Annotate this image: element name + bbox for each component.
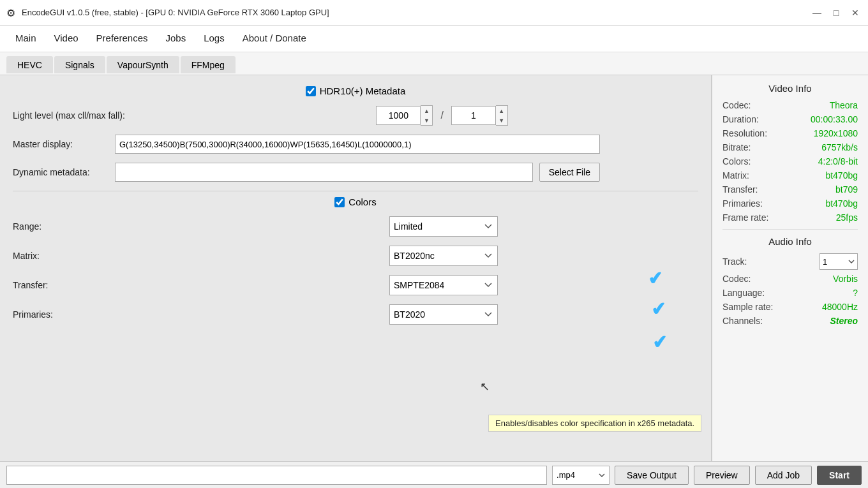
tab-ffmpeg[interactable]: FFMpeg [181,56,236,73]
preview-button[interactable]: Preview [694,466,750,485]
master-display-input[interactable] [115,135,600,154]
app-title: EncodeGUI v1.0.5 (free, stable) - [GPU 0… [22,8,329,17]
info-row-framerate: Frame rate: 25fps [722,212,858,223]
format-select[interactable]: .mp4 .mkv .mov [552,466,610,485]
content-area: HDR10(+) Metadata Light level (max cll/m… [0,75,712,461]
dynamic-metadata-row: Dynamic metadata: Select File [13,163,698,182]
menu-jobs[interactable]: Jobs [156,27,195,50]
info-row-codec: Codec: Theora [722,100,858,110]
light-level-label: Light level (max cll/max fall): [13,110,125,121]
output-path-input[interactable] [6,466,547,485]
master-display-row: Master display: [13,135,698,154]
tab-vapoursynth[interactable]: VapourSynth [107,56,179,73]
spin-buttons-1: ▲ ▼ [421,105,433,126]
info-row-matrix: Matrix: bt470bg [722,170,858,181]
title-bar-controls: — □ ✕ [811,6,862,19]
transfer-label: Transfer: [13,280,115,290]
colors-row: Colors [13,196,698,207]
info-key-matrix: Matrix: [722,170,749,181]
main-layout: HDR10(+) Metadata Light level (max cll/m… [0,75,868,461]
colors-checkbox-label[interactable]: Colors [334,196,376,207]
menu-about[interactable]: About / Donate [234,27,315,50]
maximize-button[interactable]: □ [830,6,842,19]
info-val-transfer: bt709 [835,184,858,195]
info-divider [722,229,858,230]
info-key-framerate: Frame rate: [722,212,768,223]
light-level-input-group-1: ▲ ▼ [376,105,433,126]
transfer-row: Transfer: SMPTE2084 BT709 BT601 [13,275,698,295]
sub-tab-bar: HEVC Signals VapourSynth FFMpeg [0,52,868,75]
info-key-codec: Codec: [722,100,751,110]
info-val-duration: 00:00:33.00 [811,114,858,124]
spin-down-1[interactable]: ▼ [421,115,432,125]
matrix-select[interactable]: BT2020nc BT709 BT601 [389,246,498,266]
menu-logs[interactable]: Logs [195,27,234,50]
info-key-primaries: Primaries: [722,198,763,209]
master-display-label: Master display: [13,139,115,149]
colors-label: Colors [348,196,376,207]
transfer-select[interactable]: SMPTE2084 BT709 BT601 [389,275,498,295]
light-level-row: Light level (max cll/max fall): ▲ ▼ / ▲ … [13,105,698,126]
info-val-primaries: bt470bg [825,198,858,209]
info-val-resolution: 1920x1080 [814,128,858,138]
info-val-matrix: bt470bg [825,170,858,181]
start-button[interactable]: Start [817,466,862,485]
info-row-language: Language: ? [722,288,858,298]
info-key-samplerate: Sample rate: [722,302,773,312]
colors-checkbox[interactable] [334,197,345,207]
menu-video[interactable]: Video [45,27,87,50]
info-row-resolution: Resolution: 1920x1080 [722,128,858,138]
info-val-samplerate: 48000Hz [822,302,858,312]
tab-hevc[interactable]: HEVC [6,56,53,73]
menu-preferences[interactable]: Preferences [87,27,157,50]
info-row-track: Track: 1 2 [722,253,858,270]
spin-up-2[interactable]: ▲ [496,106,507,115]
menu-main[interactable]: Main [6,27,45,50]
master-display-input-wrap [115,135,600,154]
info-panel: Video Info Codec: Theora Duration: 00:00… [712,75,868,461]
spin-buttons-2: ▲ ▼ [496,105,508,126]
close-button[interactable]: ✕ [849,6,862,19]
separator: / [440,110,443,121]
info-val-audio-codec: Vorbis [833,274,858,284]
dynamic-metadata-input[interactable] [115,163,533,182]
info-key-resolution: Resolution: [722,128,767,138]
spin-up-1[interactable]: ▲ [421,106,432,115]
info-key-colors: Colors: [722,156,751,166]
title-bar: ⚙ EncodeGUI v1.0.5 (free, stable) - [GPU… [0,0,868,26]
light-level-input-2[interactable] [451,106,496,125]
hdr10-checkbox[interactable] [306,86,316,96]
primaries-select[interactable]: BT2020 BT709 [389,304,498,325]
info-row-bitrate: Bitrate: 6757kb/s [722,142,858,152]
tab-signals[interactable]: Signals [54,56,105,73]
video-info-title: Video Info [722,83,858,94]
spin-down-2[interactable]: ▼ [496,115,507,125]
add-job-button[interactable]: Add Job [755,466,812,485]
info-key-language: Language: [722,288,765,298]
primaries-label: Primaries: [13,309,115,320]
info-val-channels: Stereo [830,316,858,326]
hdr10-checkbox-label[interactable]: HDR10(+) Metadata [306,85,406,96]
bottom-bar: .mp4 .mkv .mov Save Output Preview Add J… [0,461,868,488]
range-controls: Limited Full [115,216,498,237]
info-row-audio-codec: Codec: Vorbis [722,274,858,284]
minimize-button[interactable]: — [811,6,823,19]
info-key-duration: Duration: [722,114,759,124]
light-level-input-1[interactable] [376,106,421,125]
range-select[interactable]: Limited Full [389,216,498,237]
matrix-controls: BT2020nc BT709 BT601 [115,246,498,266]
info-row-primaries: Primaries: bt470bg [722,198,858,209]
track-select[interactable]: 1 2 [819,253,858,270]
hdr10-row: HDR10(+) Metadata [13,85,698,96]
info-val-codec: Theora [830,100,858,110]
tooltip-popup: Enables/disables color specification in … [488,415,701,432]
dynamic-metadata-label: Dynamic metadata: [13,167,115,177]
save-output-button[interactable]: Save Output [615,466,689,485]
info-row-samplerate: Sample rate: 48000Hz [722,302,858,312]
app-icon: ⚙ [6,7,18,18]
info-val-language: ? [853,288,858,298]
select-file-button[interactable]: Select File [539,163,600,182]
matrix-row: Matrix: BT2020nc BT709 BT601 [13,246,698,266]
primaries-row: Primaries: BT2020 BT709 [13,304,698,325]
info-val-colors: 4:2:0/8-bit [818,156,858,166]
